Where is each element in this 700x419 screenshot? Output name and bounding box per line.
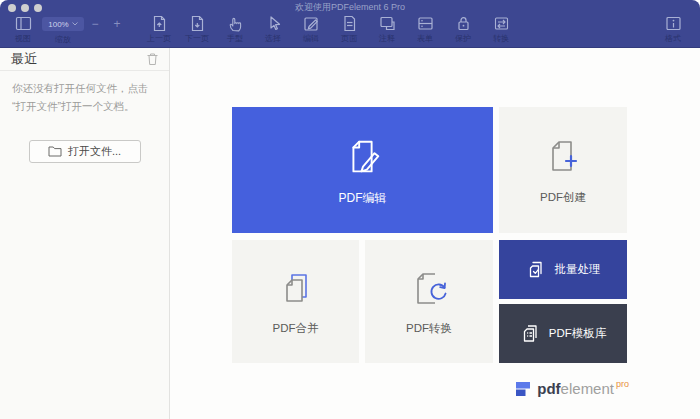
pdf-create-icon xyxy=(541,136,585,180)
recent-sidebar: 最近 你还没有打开任何文件，点击“打开文件”打开一个文档。 打开文件... xyxy=(0,48,170,419)
main-area: PDF编辑 PDF创建 xyxy=(170,48,700,419)
tile-pdf-edit[interactable]: PDF编辑 xyxy=(232,107,493,233)
folder-icon xyxy=(48,145,62,157)
pdf-merge-icon xyxy=(274,267,318,311)
tile-pdf-convert[interactable]: PDF转换 xyxy=(365,240,493,363)
toolbar-next-page-button[interactable]: 下一页 xyxy=(178,15,216,44)
toolbar-comment-button[interactable]: 注释 xyxy=(368,15,406,44)
brand-text-pdf: pdf xyxy=(537,380,560,397)
format-info-icon xyxy=(665,15,682,32)
chevron-down-icon xyxy=(72,22,78,26)
app-window: 欢迎使用PDFelement 6 Pro 视图 100% − + 缩放 xyxy=(0,0,700,419)
toolbar-convert-button[interactable]: 转换 xyxy=(482,15,520,44)
maximize-window-button[interactable] xyxy=(34,4,42,12)
titlebar: 欢迎使用PDFelement 6 Pro xyxy=(0,0,700,13)
next-page-icon xyxy=(189,15,206,32)
window-title: 欢迎使用PDFelement 6 Pro xyxy=(0,0,700,14)
prev-page-icon xyxy=(151,15,168,32)
brand-logo: pdfelementpro xyxy=(232,380,629,397)
toolbar-prev-page-button[interactable]: 上一页 xyxy=(140,15,178,44)
open-file-label: 打开文件... xyxy=(68,144,121,159)
app-header: 欢迎使用PDFelement 6 Pro 视图 100% − + 缩放 xyxy=(0,0,700,48)
feature-tiles: PDF编辑 PDF创建 xyxy=(232,107,629,363)
traffic-lights xyxy=(8,4,42,12)
toolbar-protect-button[interactable]: 保护 xyxy=(444,15,482,44)
cursor-select-icon xyxy=(265,15,282,32)
pdf-convert-icon xyxy=(407,267,451,311)
template-library-icon xyxy=(520,323,541,344)
tile-pdf-edit-label: PDF编辑 xyxy=(339,190,387,207)
zoom-level-value: 100% xyxy=(48,20,68,29)
toolbar: 视图 100% − + 缩放 上一页 xyxy=(0,13,700,47)
form-icon xyxy=(417,15,434,32)
tile-batch-process[interactable]: 批量处理 xyxy=(499,240,627,299)
tile-pdf-template-library-label: PDF模板库 xyxy=(549,326,607,341)
lock-icon xyxy=(455,15,472,32)
brand-text-pro: pro xyxy=(616,379,629,389)
pdfelement-logo-icon xyxy=(515,381,531,397)
toolbar-hand-button[interactable]: 手型 xyxy=(216,15,254,44)
tile-pdf-create[interactable]: PDF创建 xyxy=(499,107,627,233)
toolbar-form-button[interactable]: 表单 xyxy=(406,15,444,44)
sidebar-title: 最近 xyxy=(11,50,37,68)
empty-state-message: 你还没有打开任何文件，点击“打开文件”打开一个文档。 xyxy=(12,80,157,116)
tile-batch-process-label: 批量处理 xyxy=(555,262,601,277)
brand-text-element: element xyxy=(561,380,614,397)
close-window-button[interactable] xyxy=(8,4,16,12)
comment-icon xyxy=(379,15,396,32)
tile-pdf-merge[interactable]: PDF合并 xyxy=(232,240,359,363)
toolbar-view-button[interactable]: 视图 xyxy=(8,15,38,44)
edit-pencil-icon xyxy=(303,15,320,32)
toolbar-format-label: 格式 xyxy=(665,33,681,44)
toolbar-select-button[interactable]: 选择 xyxy=(254,15,292,44)
sidebar-header: 最近 xyxy=(0,48,169,71)
toolbar-zoom-group: 100% − + 缩放 xyxy=(42,15,128,45)
tile-pdf-merge-label: PDF合并 xyxy=(273,321,319,336)
tile-pdf-template-library[interactable]: PDF模板库 xyxy=(499,304,627,363)
open-file-button[interactable]: 打开文件... xyxy=(29,140,141,163)
pdf-edit-icon xyxy=(340,134,386,180)
trash-icon[interactable] xyxy=(146,52,159,66)
convert-icon xyxy=(493,15,510,32)
hand-icon xyxy=(227,15,244,32)
toolbar-view-label: 视图 xyxy=(15,33,31,44)
minimize-window-button[interactable] xyxy=(21,4,29,12)
zoom-out-button[interactable]: − xyxy=(84,17,106,31)
page-icon xyxy=(341,15,358,32)
batch-process-icon xyxy=(526,259,547,280)
toolbar-format-button[interactable]: 格式 xyxy=(654,15,692,44)
zoom-level-dropdown[interactable]: 100% xyxy=(42,17,84,31)
tile-pdf-create-label: PDF创建 xyxy=(540,190,586,205)
toolbar-edit-button[interactable]: 编辑 xyxy=(292,15,330,44)
zoom-in-button[interactable]: + xyxy=(106,17,128,31)
tile-pdf-convert-label: PDF转换 xyxy=(406,321,452,336)
toolbar-page-button[interactable]: 页面 xyxy=(330,15,368,44)
panel-view-icon xyxy=(15,15,32,32)
toolbar-zoom-label: 缩放 xyxy=(42,34,84,45)
right-tile-stack: 批量处理 PDF模板库 xyxy=(499,240,627,363)
